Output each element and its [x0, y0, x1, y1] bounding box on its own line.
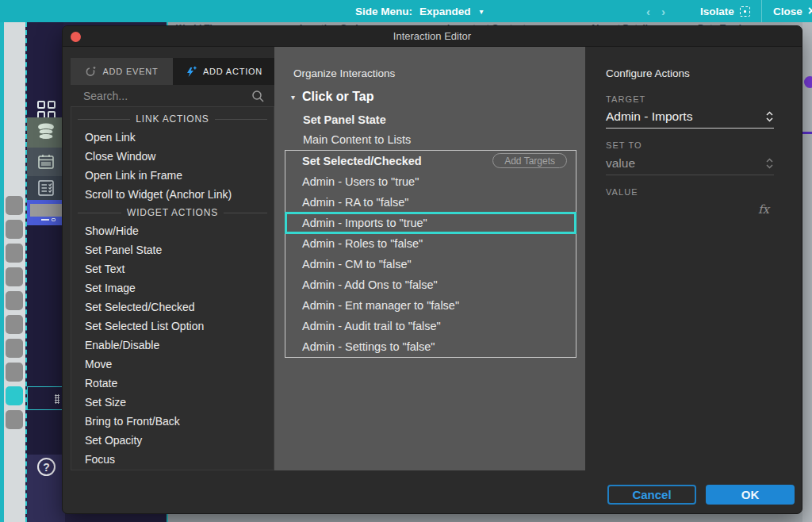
calendar-widget-item[interactable] [27, 148, 65, 176]
interaction-editor-dialog: Interaction Editor ADD EVENT ADD ACTION [62, 25, 802, 514]
clipped-label-mark [41, 219, 49, 221]
organize-interactions-panel: Organize Interactions ▾ Click or Tap Set… [274, 47, 585, 470]
drag-handle-icon[interactable] [55, 394, 59, 404]
page-thumbnail[interactable] [6, 196, 23, 215]
checklist-widget-item[interactable] [27, 176, 65, 200]
selected-widget-row[interactable] [27, 200, 65, 225]
action-set-panel-state[interactable]: Set Panel State [303, 113, 386, 126]
action-library-list: LINK ACTIONS Open Link Close Window Open… [71, 107, 274, 470]
tab-add-event[interactable]: ADD EVENT [71, 58, 173, 85]
database-icon [36, 122, 56, 143]
search-input[interactable] [71, 90, 245, 102]
side-menu-value[interactable]: Expanded [419, 6, 471, 17]
set-to-underline [606, 175, 774, 175]
set-to-select[interactable]: value [606, 154, 774, 173]
add-event-icon [85, 66, 96, 77]
cancel-button[interactable]: Cancel [607, 485, 696, 505]
action-item[interactable]: Show/Hide [71, 221, 274, 240]
event-click-or-tap[interactable]: ▾ Click or Tap [291, 90, 373, 104]
set-to-label: SET TO [606, 140, 642, 150]
dialog-titlebar[interactable]: Interaction Editor [63, 26, 802, 47]
add-targets-button[interactable]: Add Targets [492, 153, 567, 168]
dialog-title: Interaction Editor [393, 30, 471, 42]
organize-title: Organize Interactions [293, 67, 395, 79]
page-thumbnail[interactable] [6, 244, 23, 263]
widget-sidebar: ? [25, 22, 63, 522]
action-item[interactable]: Set Selected List Option [71, 317, 274, 336]
section-header-widget-actions: WIDGET ACTIONS [71, 204, 274, 221]
action-item[interactable]: Move [71, 355, 274, 374]
value-label: VALUE [606, 187, 638, 197]
action-item[interactable]: Set Opacity [71, 431, 274, 450]
page-thumbnail[interactable] [6, 410, 23, 429]
action-item[interactable]: Bring to Front/Back [71, 412, 274, 431]
configure-title: Configure Actions [606, 67, 690, 79]
action-item[interactable]: Enable/Disable [71, 336, 274, 355]
tab-add-action[interactable]: ADD ACTION [173, 58, 274, 85]
action-item[interactable]: Close Window [71, 147, 274, 166]
side-menu-control[interactable]: Side Menu: Expanded ▾ [355, 0, 484, 22]
stepper-icon [765, 157, 774, 170]
next-page-button[interactable]: › [661, 5, 665, 18]
clipped-label-mark [52, 218, 56, 221]
target-row[interactable]: Admin - RA to "false" [285, 192, 576, 213]
target-select[interactable]: Admin - Imports [606, 107, 774, 126]
sidebar-dark-region [27, 225, 65, 455]
background-right-edge [802, 22, 812, 522]
target-row[interactable]: Admin - Settings to "false" [285, 336, 576, 357]
database-widget-item[interactable] [27, 117, 65, 148]
page-thumbnail[interactable] [6, 315, 23, 334]
ok-button[interactable]: OK [706, 485, 795, 505]
target-label: TARGET [606, 94, 645, 104]
action-item[interactable]: Set Panel State [71, 240, 274, 259]
page-thumbnail[interactable] [6, 267, 23, 286]
fx-expression-icon[interactable]: fx [758, 202, 769, 217]
sidebar-footer: ? [27, 455, 65, 522]
target-underline [606, 128, 774, 129]
search-icon [251, 90, 265, 103]
close-dot-button[interactable] [71, 32, 81, 42]
case-main-content-to-lists[interactable]: Main Content to Lists [303, 133, 411, 146]
action-search [71, 85, 274, 107]
page-thumbnail[interactable] [6, 220, 23, 239]
topbar-right-controls: ‹ › Isolate Close × [646, 0, 812, 22]
action-item[interactable]: Set Size [71, 393, 274, 412]
background-purple-badge [804, 76, 812, 88]
image-placeholder [30, 204, 62, 217]
selected-widget-outline[interactable] [27, 386, 63, 410]
action-set-selected-checked[interactable]: Set Selected/Checked Add Targets [285, 151, 576, 171]
close-icon: × [808, 5, 812, 17]
target-row[interactable]: Admin - Ent manager to "false" [285, 295, 576, 316]
action-item[interactable]: Scroll to Widget (Anchor Link) [71, 185, 274, 204]
help-icon[interactable]: ? [37, 458, 56, 476]
action-item[interactable]: Rotate [71, 374, 274, 393]
stepper-icon [765, 110, 774, 123]
action-item[interactable]: Set Image [71, 278, 274, 297]
isolate-button[interactable]: Isolate [700, 6, 750, 17]
close-preview-button[interactable]: Close × [773, 5, 812, 17]
action-item[interactable]: Open Link [71, 128, 274, 147]
page-thumbnail[interactable] [6, 291, 23, 310]
add-action-icon [185, 66, 197, 78]
target-row[interactable]: Admin - Add Ons to "false" [285, 274, 576, 295]
collapse-caret-icon[interactable]: ▾ [291, 93, 295, 102]
action-item[interactable]: Open Link in Frame [71, 166, 274, 185]
editor-tabs: ADD EVENT ADD ACTION [71, 58, 274, 85]
target-row[interactable]: Admin - Imports to "true" [285, 213, 576, 233]
page-thumbnail[interactable] [6, 339, 23, 358]
target-row[interactable]: Admin - Audit trail to "false" [285, 316, 576, 336]
screen: World Times▾ Location Codes▾ Important C… [0, 0, 812, 522]
background-purple-divider [802, 132, 812, 134]
target-row[interactable]: Admin - Roles to "false" [285, 233, 576, 254]
target-row[interactable]: Admin - Users to "true" [285, 171, 576, 192]
action-item[interactable]: Set Selected/Checked [71, 297, 274, 317]
checklist-icon [36, 178, 56, 198]
target-row[interactable]: Admin - CM to "false" [285, 254, 576, 274]
action-item[interactable]: Focus [71, 450, 274, 469]
isolate-icon [740, 6, 750, 17]
page-thumbnail[interactable] [6, 363, 23, 382]
section-header-link-actions: LINK ACTIONS [71, 110, 274, 128]
prev-page-button[interactable]: ‹ [646, 5, 650, 18]
page-thumbnail-active[interactable] [6, 386, 23, 405]
action-item[interactable]: Set Text [71, 259, 274, 278]
